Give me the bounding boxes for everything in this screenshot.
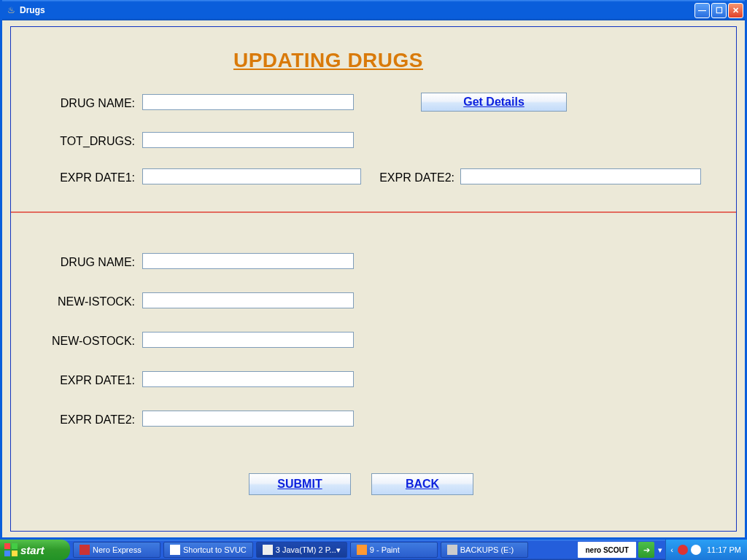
new-ostock-label: NEW-OSTOCK: — [33, 335, 135, 348]
taskbar-item-backups[interactable]: BACKUPS (E:) — [441, 542, 528, 558]
taskbar-clock[interactable]: 11:17 PM — [707, 545, 741, 554]
drug-name2-label: DRUG NAME: — [33, 256, 135, 269]
page-title: UPDATING DRUGS — [208, 49, 449, 72]
drug-name-input[interactable] — [142, 94, 354, 110]
drug-name2-input[interactable] — [142, 253, 354, 269]
maximize-button[interactable]: ☐ — [711, 3, 727, 18]
arrow-right-icon: ➔ — [643, 545, 650, 555]
form-panel: UPDATING DRUGS DRUG NAME: Get Details TO… — [10, 26, 737, 532]
system-tray[interactable]: ‹ 11:17 PM — [665, 540, 747, 560]
nero-scout-label: nero SCOUT — [586, 546, 629, 554]
tray-icon[interactable] — [691, 545, 701, 555]
new-istock-input[interactable] — [142, 292, 354, 308]
expr-date2b-input[interactable] — [142, 411, 354, 427]
new-istock-label: NEW-ISTOCK: — [33, 295, 135, 308]
taskbar-item-shortcut[interactable]: Shortcut to SVUC — [163, 542, 253, 558]
taskbar-arrow-button[interactable]: ➔ — [638, 542, 654, 558]
expr-date1b-input[interactable] — [142, 371, 354, 387]
expr-date2-input[interactable] — [460, 168, 701, 184]
tray-icon[interactable] — [678, 545, 688, 555]
titlebar[interactable]: ♨ Drugs — ☐ ✕ — [2, 0, 745, 20]
taskbar-item-label: Nero Express — [93, 545, 142, 554]
expr-date1-input[interactable] — [142, 168, 361, 184]
drug-name-label: DRUG NAME: — [33, 97, 135, 110]
nero-scout-widget[interactable]: nero SCOUT — [578, 542, 636, 558]
submit-label: SUBMIT — [277, 478, 322, 491]
taskbar-dropdown-button[interactable]: ▾ — [655, 540, 665, 560]
back-label: BACK — [406, 478, 439, 491]
taskbar-item-label: BACKUPS (E:) — [460, 545, 514, 554]
tot-drugs-input[interactable] — [142, 132, 354, 148]
taskbar: start Nero Express Shortcut to SVUC 3 Ja… — [0, 540, 747, 560]
tray-expand-icon[interactable]: ‹ — [670, 545, 673, 554]
section-divider — [11, 211, 736, 213]
taskbar-item-java[interactable]: 3 Java(TM) 2 P... ▾ — [256, 542, 347, 558]
java-icon: ♨ — [5, 4, 17, 16]
taskbar-item-label: Shortcut to SVUC — [183, 545, 247, 554]
expr-date2b-label: EXPR DATE2: — [33, 413, 135, 427]
window-title: Drugs — [20, 5, 45, 15]
taskbar-item-label: 3 Java(TM) 2 P... — [276, 545, 336, 554]
paint-icon — [357, 545, 367, 555]
minimize-button[interactable]: — — [694, 3, 710, 18]
shortcut-icon — [170, 545, 180, 555]
app-window: ♨ Drugs — ☐ ✕ UPDATING DRUGS DRUG NAME: … — [0, 0, 747, 540]
taskbar-item-label: 9 - Paint — [370, 545, 400, 554]
drive-icon — [447, 545, 457, 555]
taskbar-item-paint[interactable]: 9 - Paint — [350, 542, 438, 558]
java-app-icon — [263, 545, 273, 555]
get-details-label: Get Details — [463, 96, 525, 109]
submit-button[interactable]: SUBMIT — [249, 473, 351, 495]
chevron-down-icon: ▾ — [658, 545, 662, 555]
expr-date1b-label: EXPR DATE1: — [33, 374, 135, 387]
new-ostock-input[interactable] — [142, 332, 354, 348]
windows-logo-icon — [4, 543, 18, 556]
taskbar-item-nero[interactable]: Nero Express — [73, 542, 160, 558]
expr-date1-label: EXPR DATE1: — [33, 171, 135, 184]
get-details-button[interactable]: Get Details — [421, 93, 567, 112]
start-button[interactable]: start — [0, 540, 70, 560]
start-label: start — [20, 544, 44, 556]
window-content: UPDATING DRUGS DRUG NAME: Get Details TO… — [2, 20, 745, 537]
expr-date2-label: EXPR DATE2: — [374, 171, 454, 184]
tot-drugs-label: TOT_DRUGS: — [33, 135, 135, 148]
chevron-down-icon: ▾ — [336, 545, 341, 555]
close-button[interactable]: ✕ — [728, 3, 743, 18]
back-button[interactable]: BACK — [371, 473, 473, 495]
nero-icon — [80, 545, 90, 555]
